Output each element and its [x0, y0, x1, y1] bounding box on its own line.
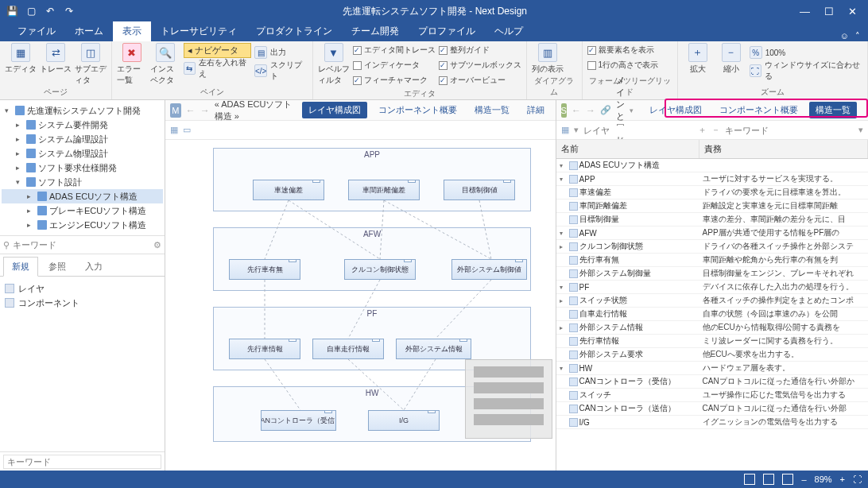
zoom-fit[interactable]: ⛶ウィンドウサイズに合わせる [750, 63, 862, 79]
lp-tab-new[interactable]: 新規 [3, 257, 38, 277]
table-row[interactable]: CANコントローラ（受信）CANプロトコルに従った通信を行い外部か [556, 375, 868, 389]
sub-view-layer[interactable]: レイヤ構成図 [643, 102, 708, 118]
expand-icon[interactable]: ▾ [560, 176, 568, 183]
chk-subtool[interactable]: ✓サブツールボックス [439, 58, 521, 72]
collapse-ribbon-icon[interactable]: ˄ [855, 31, 860, 41]
zoom-out-icon[interactable]: – [801, 474, 806, 484]
comp[interactable]: CANコントローラ（受信） [261, 410, 336, 431]
chk-parentname[interactable]: ✓親要素名を表示 [587, 43, 659, 57]
toolbox-icon[interactable]: ▦ [170, 125, 178, 135]
table-row[interactable]: ▾AFWAPP層が共通で使用する情報をPF層の [556, 227, 868, 240]
expand-icon[interactable]: ▾ [560, 365, 568, 372]
tab-team[interactable]: チーム開発 [342, 21, 409, 41]
view-compsummary[interactable]: コンポーネント概要 [372, 102, 463, 118]
maximize-icon[interactable]: ☐ [824, 6, 834, 17]
view-mode-icon[interactable] [744, 474, 755, 485]
feedback-icon[interactable]: ☺ [840, 31, 849, 41]
sub-view-struct[interactable]: 構造一覧 [809, 102, 857, 118]
chk-editor-trace[interactable]: ✓エディタ間トレース [353, 43, 436, 57]
zoom-pct[interactable]: %100% [750, 45, 862, 60]
filter-icon[interactable]: ⚲ [3, 240, 10, 250]
table-row[interactable]: ▸クルコン制御状態ドライバの各種スイッチ操作と外部システ [556, 240, 868, 254]
close-icon[interactable]: ✕ [848, 6, 857, 17]
diagram-canvas[interactable]: APP AFW PF HW 車速偏差 車間距離偏差 目標制御値 先行車有無 クル… [165, 140, 556, 471]
minimize-icon[interactable]: — [800, 6, 810, 17]
undo-icon[interactable]: ↶ [45, 6, 56, 17]
lp-keyword-input[interactable] [3, 455, 161, 469]
inspector-button[interactable]: 🔍インスペクタ [150, 43, 180, 86]
levelfilter-button[interactable]: ▼レベルフィルタ [318, 43, 350, 86]
lp-tab-ref[interactable]: 参照 [40, 257, 75, 276]
tab-view[interactable]: 表示 [113, 21, 151, 41]
nav-back-icon[interactable]: ← [186, 105, 196, 116]
expand-icon[interactable]: ▸ [560, 243, 568, 250]
nav-fwd-icon[interactable]: → [200, 105, 210, 116]
redo-icon[interactable]: ↷ [64, 6, 75, 17]
table-row[interactable]: ▾HWハードウェア層を表す。 [556, 362, 868, 375]
table-row[interactable]: ▸スイッチ状態各種スイッチの操作判定をまとめたコンポ [556, 294, 868, 308]
comp[interactable]: クルコン制御状態 [344, 259, 416, 280]
tab-product[interactable]: プロダクトライン [246, 21, 342, 41]
comp[interactable]: 先行車有無 [229, 259, 300, 280]
sync-icon[interactable]: 🔗 [600, 105, 611, 115]
toolbox-icon2[interactable]: ▭ [183, 125, 191, 135]
sub-view-comp[interactable]: コンポーネント概要 [713, 102, 804, 118]
table-row[interactable]: スイッチユーザ操作に応じた電気信号を出力する [556, 389, 868, 402]
comp[interactable]: 自車走行情報 [312, 339, 384, 359]
expand-icon[interactable]: ▾ [560, 284, 568, 291]
tree-item-selected[interactable]: ▸ADAS ECUソフト構造 [2, 189, 163, 203]
layer-filter-input[interactable] [583, 126, 693, 135]
lp-tab-input[interactable]: 入力 [76, 257, 111, 276]
colshow-button[interactable]: ▥列の表示 [532, 43, 564, 75]
project-tree[interactable]: ▾先進運転システムソフト開発 ▸システム要件開発 ▸システム論理設計 ▸システム… [0, 100, 165, 235]
comp[interactable]: 車速偏差 [253, 180, 324, 200]
lp-item-layer[interactable]: レイヤ [5, 281, 160, 296]
table-row[interactable]: 先行車情報ミリ波レーダーに関する責務を行う。 [556, 335, 868, 348]
script-button[interactable]: </>スクリプト [254, 63, 307, 79]
overview-panel[interactable] [465, 359, 552, 439]
chk-singleline[interactable]: 1行の高さで表示 [587, 58, 659, 72]
filter-icon[interactable]: ▦ [561, 125, 569, 135]
chk-align[interactable]: ✓整列ガイド [439, 43, 521, 57]
table-row[interactable]: 車速偏差ドライバの要求を元に目標車速を算出。 [556, 186, 868, 199]
col-duty[interactable]: 責務 [699, 140, 868, 158]
comp[interactable]: 外部システム情報 [396, 339, 471, 359]
zoomout-button[interactable]: －縮小 [716, 43, 746, 75]
expand-icon[interactable]: ▾ [560, 162, 568, 169]
table-row[interactable]: 外部システム要求他ECUへ要求を出力する。 [556, 348, 868, 362]
editor-button[interactable]: ▦エディタ [5, 43, 37, 75]
chk-indicator[interactable]: インディケータ [353, 58, 436, 72]
subeditor-button[interactable]: ◫サブエディタ [75, 43, 107, 86]
table-row[interactable]: 車間距離偏差距離設定と実車速を元に目標車間距離 [556, 199, 868, 213]
comp[interactable]: 外部システム制御値 [451, 259, 527, 280]
col-name[interactable]: 名前 [556, 140, 699, 158]
structure-table[interactable]: 名前 責務 ▾ADAS ECUソフト構造▾APPユーザに対するサービスを実現する… [556, 140, 868, 471]
breadcrumb[interactable]: « ADAS ECUソフト構造 » [215, 99, 293, 122]
trace-button[interactable]: ⇄トレース [40, 43, 72, 75]
filter-settings-icon[interactable]: ▾ [858, 125, 863, 135]
chk-feature[interactable]: ✓フィーチャマーク [353, 73, 436, 87]
tab-trace[interactable]: トレーサビリティ [151, 21, 246, 41]
expand-icon[interactable]: ▸ [560, 324, 568, 331]
save-icon[interactable]: 💾 [6, 6, 17, 17]
view-structlist[interactable]: 構造一覧 [468, 102, 516, 118]
view-detail[interactable]: 詳細 [521, 102, 551, 118]
table-row[interactable]: 目標制御量車速の差分、車間距離の差分を元に、目 [556, 213, 868, 227]
table-row[interactable]: I/Gイグニッションの電気信号を出力する [556, 416, 868, 429]
view-layer[interactable]: レイヤ構成図 [302, 102, 367, 118]
tree-search-input[interactable] [13, 240, 150, 250]
swap-button[interactable]: ⇆左右を入れ替え [184, 60, 251, 76]
output-button[interactable]: ▤出力 [254, 45, 307, 60]
zoom-in-icon[interactable]: + [840, 474, 845, 484]
search-settings-icon[interactable]: ⚙ [153, 240, 161, 250]
view-mode-icon[interactable] [763, 474, 774, 485]
table-row[interactable]: ▸外部システム情報他のECUから情報取得/公開する責務を [556, 321, 868, 335]
table-row[interactable]: 外部システム制御量目標制御量をエンジン、ブレーキそれぞれ [556, 267, 868, 281]
comp[interactable]: I/G [368, 410, 440, 431]
comp[interactable]: 車間距離偏差 [348, 180, 420, 200]
new-icon[interactable]: ▢ [25, 6, 37, 17]
chk-overview[interactable]: ✓オーバービュー [439, 73, 521, 87]
zoomin-button[interactable]: ＋拡大 [683, 43, 713, 75]
nav-fwd-icon[interactable]: → [586, 105, 595, 116]
tab-home[interactable]: ホーム [65, 21, 113, 41]
